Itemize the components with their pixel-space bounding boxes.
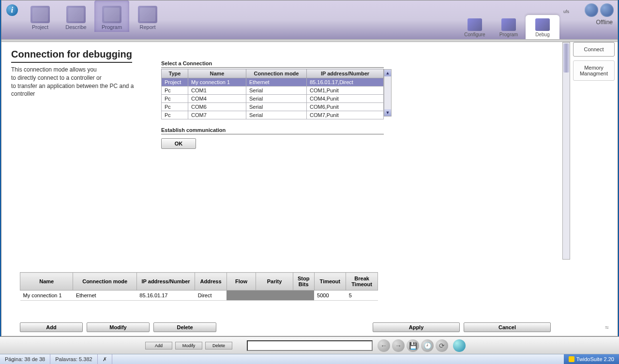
resize-handle-icon[interactable]: ≈ [605, 323, 609, 331]
side-memory[interactable]: Memory Managment [573, 60, 615, 81]
col-type[interactable]: Type [162, 69, 188, 78]
describe-icon [66, 6, 86, 23]
add-button[interactable]: Add [20, 322, 83, 332]
configure-icon [468, 18, 482, 31]
dh-name: Name [20, 273, 73, 291]
window-control-1-icon[interactable] [585, 3, 598, 17]
dr-timeout: 5000 [314, 291, 346, 301]
cancel-button[interactable]: Cancel [464, 322, 551, 332]
dh-parity: Parity [256, 273, 293, 291]
cell-name: COM6 [188, 103, 246, 111]
connections-table[interactable]: Type Name Connection mode IP address/Num… [161, 69, 384, 119]
page-description: This connection mode allows you to direc… [11, 66, 151, 98]
dh-break: Break Timeout [346, 273, 378, 291]
mini-add-button[interactable]: Add [145, 342, 172, 349]
cell-type: Pc [162, 87, 188, 95]
modify-button[interactable]: Modify [87, 322, 150, 332]
dh-flow: Flow [226, 273, 256, 291]
delete-button[interactable]: Delete [153, 322, 216, 332]
dh-mode: Connection mode [73, 273, 136, 291]
status-proofing-icon[interactable]: ✗ [98, 354, 112, 364]
top-toolbar: i Project Describe Program Report ufs Co… [1, 0, 618, 39]
tab-program[interactable]: Program [94, 0, 129, 32]
connection-status: Offline [596, 19, 613, 26]
debug-icon [535, 18, 550, 31]
dr-parity [256, 291, 293, 301]
col-name[interactable]: Name [188, 69, 246, 78]
cell-mode: Ethernet [246, 78, 307, 87]
project-icon [30, 6, 50, 23]
table-row[interactable]: PcCOM6SerialCOM6,Punit [162, 103, 384, 111]
establish-section: Establish communication OK [161, 127, 384, 149]
table-row[interactable]: ProjectMy connection 1Ethernet85.16.01.1… [162, 78, 384, 87]
zoom-icon[interactable] [453, 339, 466, 352]
nav-back-icon[interactable]: ← [377, 339, 390, 352]
cell-type: Pc [162, 103, 188, 111]
select-connection-label: Select a Connection [161, 60, 384, 68]
subtab-program[interactable]: Program [492, 15, 526, 39]
select-connection-section: Select a Connection Type Name Connection… [161, 60, 384, 119]
ufs-label: ufs [563, 9, 569, 14]
cell-type: Project [162, 78, 188, 87]
cell-name: COM1 [188, 87, 246, 95]
clock-icon[interactable]: 🕘 [421, 339, 434, 352]
window-control-2-icon[interactable] [600, 3, 614, 17]
cell-ip: COM6,Punit [307, 103, 384, 111]
tab-describe[interactable]: Describe [59, 0, 93, 32]
cell-type: Pc [162, 95, 188, 103]
subtab-configure[interactable]: Configure [458, 15, 492, 39]
col-ip[interactable]: IP address/Number [307, 69, 384, 78]
table-row[interactable]: PcCOM1SerialCOM1,Punit [162, 87, 384, 95]
subtab-debug-label: Debug [535, 32, 549, 37]
system-tray[interactable]: TwidoSuite 2.20 [564, 354, 619, 364]
col-mode[interactable]: Connection mode [246, 69, 307, 78]
content-area: Connection for debugging This connection… [6, 42, 565, 332]
mini-modify-button[interactable]: Modify [175, 342, 202, 349]
cell-ip: 85.16.01.17,Direct [307, 78, 384, 87]
tab-program-label: Program [102, 24, 122, 30]
cell-mode: Serial [246, 111, 307, 119]
tab-project[interactable]: Project [23, 0, 58, 32]
apply-button[interactable]: Apply [373, 322, 460, 332]
cell-mode: Serial [246, 95, 307, 103]
scrollbar-thumb[interactable] [563, 44, 569, 73]
table-row[interactable]: PcCOM4SerialCOM4,Punit [162, 95, 384, 103]
info-icon[interactable]: i [6, 4, 18, 16]
table-scrollbar[interactable]: ▲ ▼ [384, 69, 392, 116]
scroll-up-icon[interactable]: ▲ [384, 70, 391, 76]
cell-name: My connection 1 [188, 78, 246, 87]
dh-address: Address [195, 273, 227, 291]
status-page[interactable]: Página: 38 de 38 [0, 354, 50, 364]
program-icon [102, 6, 121, 23]
table-row[interactable]: PcCOM7SerialCOM7,Punit [162, 111, 384, 119]
dr-flow [226, 291, 256, 301]
cell-ip: COM7,Punit [307, 111, 384, 119]
ok-button[interactable]: OK [161, 138, 196, 149]
bottom-buttons: Add Modify Delete Apply Cancel [20, 322, 555, 332]
program-sub-icon [501, 18, 516, 31]
tab-report[interactable]: Report [130, 0, 165, 32]
detail-row[interactable]: My connection 1 Ethernet 85.16.01.17 Dir… [20, 291, 378, 301]
report-icon [138, 6, 157, 23]
refresh-icon[interactable]: ⟳ [436, 339, 448, 352]
cell-type: Pc [162, 111, 188, 119]
subtab-debug[interactable]: Debug [526, 15, 559, 39]
establish-label: Establish communication [161, 127, 384, 134]
content-scrollbar[interactable] [562, 42, 570, 260]
nav-forward-icon[interactable]: → [392, 339, 405, 352]
save-icon[interactable]: 💾 [407, 339, 419, 352]
dr-ip: 85.16.01.17 [136, 291, 195, 301]
status-words[interactable]: Palavras: 5.382 [50, 354, 97, 364]
subtab-program-label: Program [499, 32, 518, 37]
cell-mode: Serial [246, 87, 307, 95]
subtab-configure-label: Configure [464, 32, 485, 37]
side-panel: Connect Memory Managment [573, 42, 615, 332]
scroll-down-icon[interactable]: ▼ [384, 109, 391, 116]
mini-delete-button[interactable]: Delete [205, 342, 232, 349]
dh-ip: IP address/Number [136, 273, 195, 291]
side-connect[interactable]: Connect [573, 42, 615, 57]
search-input[interactable] [247, 340, 373, 351]
status-bar: Página: 38 de 38 Palavras: 5.382 ✗ Twido… [0, 354, 619, 364]
tab-project-label: Project [32, 24, 48, 30]
dr-name: My connection 1 [20, 291, 73, 301]
